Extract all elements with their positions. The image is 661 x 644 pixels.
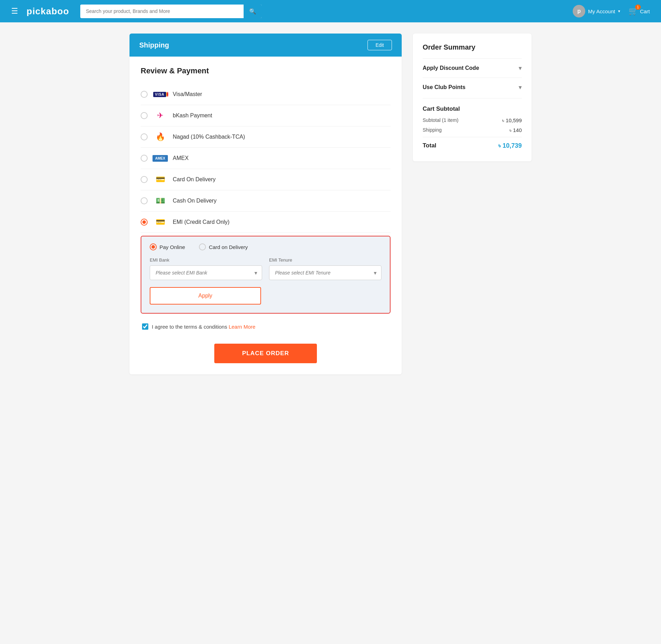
- emi-label: EMI (Credit Card Only): [173, 219, 230, 225]
- chevron-down-icon-2: ▾: [519, 83, 522, 91]
- chevron-down-icon: ▾: [618, 9, 620, 14]
- payment-option-emi[interactable]: 💳 EMI (Credit Card Only): [141, 212, 391, 233]
- nagad-icon: 🔥: [153, 132, 167, 142]
- place-order-button[interactable]: PLACE ORDER: [214, 344, 317, 363]
- shipping-row: Shipping ৳ 140: [423, 127, 522, 133]
- account-label: My Account: [588, 8, 615, 14]
- payment-title: Review & Payment: [141, 66, 391, 75]
- total-label: Total: [423, 142, 436, 149]
- search-icon: 🔍: [249, 8, 256, 14]
- header-right: p My Account ▾ 🛒 1 Cart: [573, 5, 650, 17]
- cash-label: Cash On Delivery: [173, 198, 216, 204]
- discount-accordion[interactable]: Apply Discount Code ▾: [423, 58, 522, 78]
- payment-option-bkash[interactable]: ✈ bKash Payment: [141, 105, 391, 126]
- shipping-amount: ৳ 140: [510, 127, 522, 133]
- apply-button[interactable]: Apply: [150, 287, 261, 305]
- total-amount: ৳ 10,739: [498, 142, 522, 149]
- payment-option-visa[interactable]: VISA Visa/Master: [141, 84, 391, 105]
- pay-online-label: Pay Online: [159, 244, 185, 250]
- account-menu[interactable]: p My Account ▾: [573, 5, 620, 17]
- club-points-label: Use Club Points: [423, 84, 466, 90]
- payment-option-cash[interactable]: 💵 Cash On Delivery: [141, 190, 391, 212]
- radio-cod[interactable]: [141, 176, 148, 183]
- payment-option-cod[interactable]: 💳 Card On Delivery: [141, 169, 391, 190]
- subtotal-label: Subtotal (1 item): [423, 117, 459, 124]
- menu-icon[interactable]: ☰: [11, 7, 18, 16]
- subtotal-amount: ৳ 10,599: [502, 117, 522, 124]
- emi-box: Pay Online Card on Delivery EMI Bank Ple…: [141, 236, 391, 314]
- cash-icon: 💵: [153, 196, 167, 206]
- cart-button[interactable]: 🛒 1 Cart: [629, 7, 650, 16]
- club-points-accordion[interactable]: Use Club Points ▾: [423, 78, 522, 97]
- visa-label: Visa/Master: [173, 91, 202, 97]
- cart-subtotal-section: Cart Subtotal Subtotal (1 item) ৳ 10,599…: [423, 98, 522, 149]
- search-input[interactable]: [80, 5, 244, 17]
- payment-option-amex[interactable]: AMEX AMEX: [141, 148, 391, 169]
- order-summary-box: Order Summary Apply Discount Code ▾ Use …: [413, 34, 532, 161]
- cod-icon: 💳: [153, 175, 167, 184]
- emi-tenure-select[interactable]: Please select EMI Tenure: [269, 265, 381, 280]
- main-container: Shipping Edit Review & Payment VISA Visa…: [121, 22, 540, 386]
- search-button[interactable]: 🔍: [244, 5, 262, 18]
- amex-icon: AMEX: [153, 153, 167, 163]
- emi-tenure-field: EMI Tenure Please select EMI Tenure: [269, 257, 381, 280]
- payment-section: Review & Payment VISA Visa/Master ✈ bKas…: [129, 57, 402, 374]
- radio-card-on-delivery[interactable]: [199, 243, 206, 250]
- bkash-label: bKash Payment: [173, 112, 212, 119]
- emi-tenure-select-wrapper: Please select EMI Tenure: [269, 265, 381, 280]
- search-bar: 🔍: [80, 5, 262, 18]
- emi-tenure-label: EMI Tenure: [269, 257, 381, 263]
- emi-bank-select-wrapper: Please select EMI Bank: [150, 265, 262, 280]
- discount-label: Apply Discount Code: [423, 65, 479, 71]
- amex-label: AMEX: [173, 155, 188, 161]
- shipping-label: Shipping: [423, 127, 442, 133]
- radio-amex[interactable]: [141, 155, 148, 162]
- place-order-row: PLACE ORDER: [141, 344, 391, 363]
- emi-icon: 💳: [153, 217, 167, 227]
- cart-subtotal-title: Cart Subtotal: [423, 105, 522, 112]
- card-on-delivery-label: Card on Delivery: [209, 244, 248, 250]
- site-logo[interactable]: pickaboo: [27, 6, 69, 17]
- radio-visa[interactable]: [141, 91, 148, 98]
- avatar: p: [573, 5, 585, 17]
- radio-bkash[interactable]: [141, 112, 148, 119]
- header: ☰ pickaboo 🔍 p My Account ▾ 🛒 1 Cart: [0, 0, 661, 22]
- cart-label: Cart: [640, 8, 650, 14]
- card-on-delivery-option[interactable]: Card on Delivery: [199, 243, 248, 250]
- radio-pay-online[interactable]: [150, 243, 157, 250]
- bkash-icon: ✈: [153, 111, 167, 120]
- nagad-label: Nagad (10% Cashback-TCA): [173, 134, 245, 140]
- radio-nagad[interactable]: [141, 133, 148, 140]
- cod-label: Card On Delivery: [173, 176, 216, 183]
- terms-text: I agree to the terms & conditions Learn …: [152, 324, 255, 330]
- pay-online-option[interactable]: Pay Online: [150, 243, 185, 250]
- emi-payment-type: Pay Online Card on Delivery: [150, 243, 381, 250]
- payment-option-nagad[interactable]: 🔥 Nagad (10% Cashback-TCA): [141, 126, 391, 148]
- visa-icon: VISA: [153, 89, 167, 99]
- emi-bank-select[interactable]: Please select EMI Bank: [150, 265, 262, 280]
- emi-bank-label: EMI Bank: [150, 257, 262, 263]
- radio-cash[interactable]: [141, 197, 148, 204]
- edit-button[interactable]: Edit: [367, 40, 392, 50]
- left-column: Shipping Edit Review & Payment VISA Visa…: [129, 34, 402, 374]
- terms-row: I agree to the terms & conditions Learn …: [141, 323, 391, 330]
- learn-more-link[interactable]: Learn More: [229, 324, 255, 330]
- chevron-down-icon: ▾: [519, 64, 522, 72]
- emi-bank-field: EMI Bank Please select EMI Bank: [150, 257, 262, 280]
- order-summary-title: Order Summary: [423, 43, 522, 51]
- total-row: Total ৳ 10,739: [423, 137, 522, 149]
- shipping-bar: Shipping Edit: [129, 34, 402, 57]
- cart-badge: 1: [635, 5, 641, 10]
- radio-emi[interactable]: [141, 219, 148, 226]
- right-column: Order Summary Apply Discount Code ▾ Use …: [413, 34, 532, 161]
- shipping-title: Shipping: [139, 41, 169, 49]
- emi-fields: EMI Bank Please select EMI Bank EMI Tenu…: [150, 257, 381, 280]
- terms-checkbox[interactable]: [142, 323, 148, 330]
- subtotal-row: Subtotal (1 item) ৳ 10,599: [423, 117, 522, 124]
